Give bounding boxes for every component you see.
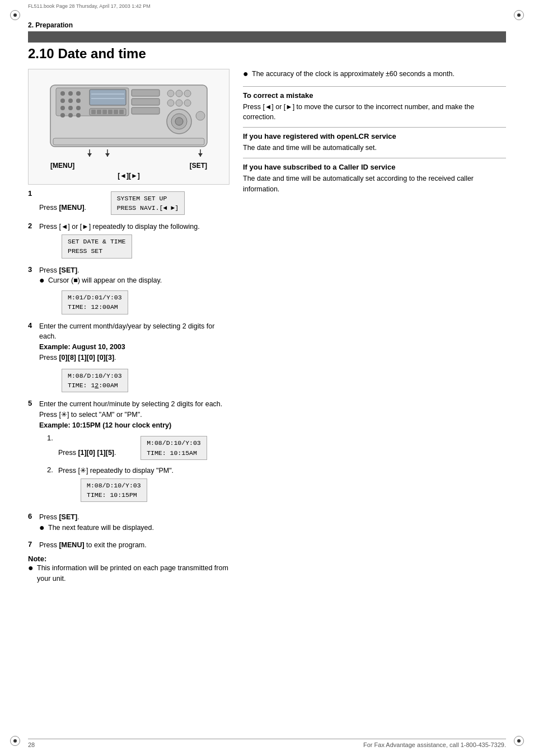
svg-point-3 — [68, 91, 73, 96]
page-number: 28 — [28, 741, 35, 748]
svg-point-30 — [167, 100, 174, 106]
rule-3 — [243, 158, 506, 158]
svg-rect-20 — [102, 110, 107, 114]
step4-lcd: M:08/D:10/Y:03 TIME: 12:00AM — [62, 369, 128, 393]
svg-rect-25 — [132, 98, 160, 105]
svg-point-2 — [60, 91, 65, 96]
svg-rect-24 — [132, 90, 160, 96]
step5-text: Enter the current hour/minute by selecti… — [39, 399, 229, 430]
svg-rect-14 — [90, 90, 126, 105]
rule-2 — [243, 127, 506, 128]
svg-point-28 — [176, 90, 182, 97]
svg-point-27 — [167, 90, 174, 97]
fax-machine-image: [MENU] [SET] [◄][►] — [28, 69, 229, 185]
file-info: FL511.book Page 28 Thursday, April 17, 2… — [28, 3, 534, 9]
step1-text: Press [MENU]. — [39, 204, 86, 212]
svg-point-6 — [68, 98, 73, 103]
step3-text: Press [SET]. — [39, 266, 79, 274]
svg-point-11 — [60, 113, 65, 118]
step-4: 4 Enter the current month/day/year by se… — [28, 321, 229, 395]
step6-text: Press [SET]. — [39, 513, 79, 521]
svg-point-29 — [184, 90, 191, 97]
openlcr-text: The date and time will be automatically … — [243, 143, 506, 153]
menu-label: [MENU] — [50, 162, 74, 170]
callerid-title: If you have subscribed to a Caller ID se… — [243, 163, 506, 171]
svg-point-9 — [68, 106, 73, 110]
corner-tr — [514, 10, 524, 20]
step5-2-lcd: M:08/D:10/Y:03 TIME: 10:15PM — [81, 478, 147, 503]
step3-bullet: ● Cursor (■) will appear on the display. — [39, 275, 229, 286]
svg-rect-19 — [97, 110, 101, 114]
step5-1-lcd: M:08/D:10/Y:03 TIME: 10:15AM — [140, 436, 207, 460]
step-3: 3 Press [SET]. ● Cursor (■) will appear … — [28, 265, 229, 317]
section-bar — [28, 31, 506, 43]
svg-marker-41 — [198, 153, 203, 157]
corner-tl — [10, 10, 20, 20]
step3-lcd: M:01/D:01/Y:03 TIME: 12:00AM — [62, 290, 128, 314]
step-1: 1 Press [MENU]. SYSTEM SET UP PRESS NAVI… — [28, 189, 229, 218]
fax-svg-container — [45, 74, 213, 161]
fax-machine-svg — [45, 74, 213, 161]
step1-lcd: SYSTEM SET UP PRESS NAVI.[◄ ►] — [111, 191, 185, 215]
svg-point-36 — [196, 111, 205, 120]
svg-rect-26 — [132, 107, 160, 114]
footer-text: For Fax Advantage assistance, call 1-800… — [363, 741, 506, 748]
svg-marker-39 — [87, 153, 92, 157]
note-label: Note: — [28, 555, 229, 563]
note-bullet-1: ● This information will be printed on ea… — [28, 563, 229, 584]
correct-mistake-title: To correct a mistake — [243, 91, 506, 100]
svg-rect-23 — [119, 110, 124, 114]
callerid-text: The date and time will be automatically … — [243, 173, 506, 195]
section-header-title: 2. Preparation — [28, 21, 506, 29]
step2-lcd: SET DATE & TIME PRESS SET — [62, 234, 132, 259]
corner-bl — [10, 736, 20, 746]
step6-bullet: ● The next feature will be displayed. — [39, 523, 229, 533]
step-7: 7 Press [MENU] to exit the program. — [28, 540, 229, 551]
nav-label: [◄][►] — [45, 172, 213, 180]
corner-br — [514, 736, 524, 746]
svg-point-13 — [76, 113, 81, 118]
step-6: 6 Press [SET]. ● The next feature will b… — [28, 512, 229, 536]
step2-text: Press [◄] or [►] repeatedly to display t… — [39, 223, 200, 231]
step4-text: Enter the current month/day/year by sele… — [39, 321, 229, 363]
openlcr-title: If you have registered with openLCR serv… — [243, 132, 506, 140]
page-footer: 28 For Fax Advantage assistance, call 1-… — [28, 739, 506, 748]
sub-step-5-1: 1. Press [1][0] [1][5]. M:08/D:10/Y:03 T… — [47, 434, 229, 462]
svg-point-12 — [68, 113, 73, 118]
svg-rect-18 — [91, 110, 96, 114]
section-title: 2.10 Date and time — [28, 46, 506, 62]
fax-labels: [MENU] [SET] — [45, 161, 213, 171]
svg-rect-21 — [108, 110, 113, 114]
svg-point-31 — [176, 100, 182, 106]
rule-1 — [243, 86, 506, 87]
step7-text: Press [MENU] to exit the program. — [39, 541, 147, 549]
page-header-area: 2. Preparation — [28, 21, 506, 32]
two-column-layout: [MENU] [SET] [◄][►] 1 Press [MENU]. SYST… — [28, 69, 506, 586]
step-5: 5 Enter the current hour/minute by selec… — [28, 399, 229, 508]
svg-marker-43 — [105, 153, 110, 157]
svg-point-7 — [76, 98, 81, 103]
svg-point-32 — [184, 100, 191, 106]
svg-point-5 — [60, 98, 65, 103]
svg-point-35 — [175, 118, 183, 125]
accuracy-bullet: ● The accuracy of the clock is approxima… — [243, 69, 506, 79]
correct-mistake-text: Press [◄] or [►] to move the cursor to t… — [243, 102, 506, 123]
svg-rect-37 — [53, 138, 204, 145]
main-content: 2.10 Date and time — [28, 31, 506, 729]
step-2: 2 Press [◄] or [►] repeatedly to display… — [28, 222, 229, 260]
set-label: [SET] — [190, 162, 207, 170]
svg-point-4 — [76, 91, 81, 96]
note-section: Note: ● This information will be printed… — [28, 555, 229, 584]
sub-step-5-2: 2. Press [✳] repeatedly to display "PM".… — [47, 466, 229, 504]
svg-point-10 — [76, 106, 81, 110]
right-column: ● The accuracy of the clock is approxima… — [243, 69, 506, 586]
svg-rect-22 — [114, 110, 118, 114]
svg-point-8 — [60, 106, 65, 110]
left-column: [MENU] [SET] [◄][►] 1 Press [MENU]. SYST… — [28, 69, 229, 586]
